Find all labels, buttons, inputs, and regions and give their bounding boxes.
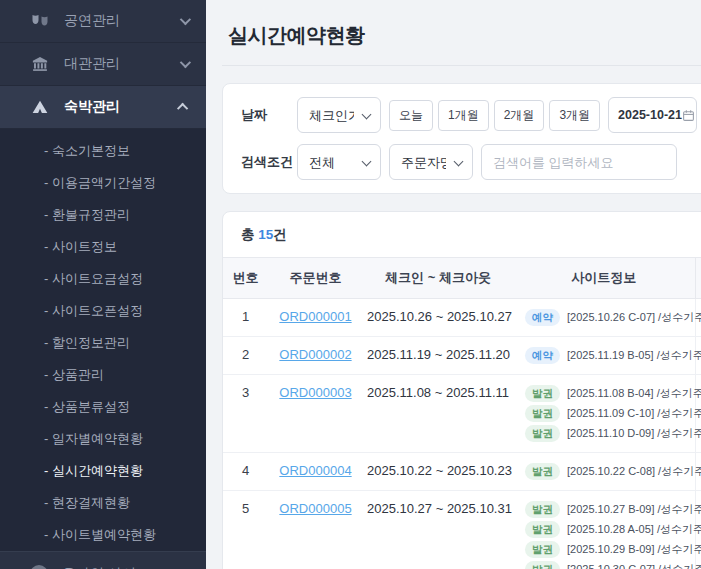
order-number-link[interactable]: ORD000003 (279, 385, 351, 400)
start-date-input[interactable]: 2025-10-21 (608, 97, 697, 133)
sidebar-submenu-item[interactable]: 상품분류설정 (0, 391, 206, 423)
sidebar-submenu-item[interactable]: 숙소기본정보 (0, 135, 206, 167)
avatar-circle-icon (30, 565, 48, 569)
status-badge: 발권 (525, 425, 560, 442)
sidebar-submenu-item[interactable]: 상품관리 (0, 359, 206, 391)
status-badge: 발권 (525, 501, 560, 518)
site-info-cell: 발권 [2025.11.08 B-04] /성수기주말 /60,000원 발권 … (513, 375, 695, 453)
sidebar-submenu-item[interactable]: 할인정보관리 (0, 327, 206, 359)
sidebar: 공연관리 대관관리 숙박관리 숙소기본정보이용금액기간설정환불규정관리사이트정보… (0, 0, 206, 569)
site-info-line: 발권 [2025.10.28 A-05] /성수기주말 /60,000원 (525, 521, 687, 538)
column-header-checkin-checkout: 체크인 ~ 체크아웃 (363, 258, 513, 299)
site-info-text: [2025.11.09 C-10] /성수기주말 /60,000원 (567, 406, 701, 421)
order-number-link[interactable]: ORD000005 (279, 501, 351, 516)
site-info-text: [2025.10.26 C-07] /성수기주말 /60,000원 (567, 310, 701, 325)
site-info-line: 예약 [2025.10.26 C-07] /성수기주말 /60,000원 (525, 309, 687, 326)
site-info-cell: 발권 [2025.10.27 B-09] /성수기주말 /60,000원 발권 … (513, 491, 695, 569)
sidebar-submenu-item[interactable]: 이용금액기간설정 (0, 167, 206, 199)
table-row: 1 ORD000001 2025.10.26 ~ 2025.10.27 예약 [… (223, 299, 701, 337)
status-badge: 발권 (525, 405, 560, 422)
sidebar-submenu: 숙소기본정보이용금액기간설정환불규정관리사이트정보사이트요금설정사이트오픈설정할… (0, 129, 206, 551)
order-number-link[interactable]: ORD000004 (279, 463, 351, 478)
sidebar-footer-item[interactable]: 온라인 사이트 (0, 552, 206, 569)
status-badge: 발권 (525, 561, 560, 569)
sidebar-item-label: 대관관리 (64, 55, 120, 73)
sidebar-item-performance[interactable]: 공연관리 (0, 0, 206, 43)
checkin-checkout-range: 2025.10.22 ~ 2025.10.23 (363, 453, 513, 491)
site-info-text: [2025.10.28 A-05] /성수기주말 /60,000원 (567, 522, 701, 537)
tent-icon (30, 98, 50, 116)
site-info-text: [2025.10.30 C-07] /성수기주말 /60,000원 (567, 562, 701, 569)
table-header-row: 번호 주문번호 체크인 ~ 체크아웃 사이트정보 (223, 258, 701, 299)
site-info-cell: 예약 [2025.10.26 C-07] /성수기주말 /60,000원 (513, 299, 695, 337)
checkin-checkout-range: 2025.10.27 ~ 2025.10.31 (363, 491, 513, 569)
status-badge: 발권 (525, 541, 560, 558)
main-content: 실시간예약현황 날짜 체크인기준 오늘 1개월 2개월 3개월 2025-10-… (206, 0, 701, 569)
date-filter-row: 날짜 체크인기준 오늘 1개월 2개월 3개월 2025-10-21 (241, 97, 701, 133)
date-basis-select[interactable]: 체크인기준 (297, 97, 381, 133)
column-header-no: 번호 (223, 258, 268, 299)
chevron-down-icon (180, 14, 191, 25)
table-row: 4 ORD000004 2025.10.22 ~ 2025.10.23 발권 [… (223, 453, 701, 491)
summary-count: 15 (258, 227, 273, 242)
sidebar-submenu-item[interactable]: 환불규정관리 (0, 199, 206, 231)
page-title: 실시간예약현황 (228, 22, 701, 49)
site-info-line: 발권 [2025.10.22 C-08] /성수기주말 /60,000원 (525, 463, 687, 480)
status-badge: 발권 (525, 521, 560, 538)
status-badge: 발권 (525, 385, 560, 402)
site-info-line: 발권 [2025.10.29 B-09] /성수기주말 /60,000원 (525, 541, 687, 558)
sidebar-submenu-item[interactable]: 사이트별예약현황 (0, 519, 206, 551)
table-row: 3 ORD000003 2025.11.08 ~ 2025.11.11 발권 [… (223, 375, 701, 453)
checkin-checkout-range: 2025.10.26 ~ 2025.10.27 (363, 299, 513, 337)
row-number: 5 (223, 491, 268, 569)
column-header-site-info: 사이트정보 (513, 258, 695, 299)
sidebar-item-venue[interactable]: 대관관리 (0, 43, 206, 86)
checkin-checkout-range: 2025.11.19 ~ 2025.11.20 (363, 337, 513, 375)
site-info-line: 발권 [2025.11.09 C-10] /성수기주말 /60,000원 (525, 405, 687, 422)
table-row: 5 ORD000005 2025.10.27 ~ 2025.10.31 발권 [… (223, 491, 701, 569)
site-info-cell: 발권 [2025.10.22 C-08] /성수기주말 /60,000원 (513, 453, 695, 491)
sidebar-item-lodging[interactable]: 숙박관리 (0, 86, 206, 129)
site-info-line: 발권 [2025.11.08 B-04] /성수기주말 /60,000원 (525, 385, 687, 402)
status-badge: 발권 (525, 463, 560, 480)
quick-range-2month-button[interactable]: 2개월 (494, 100, 545, 131)
site-info-text: [2025.10.27 B-09] /성수기주말 /60,000원 (567, 502, 701, 517)
title-divider (222, 65, 701, 66)
site-info-text: [2025.11.10 D-09] /성수기주말 /60,000원 (567, 426, 701, 441)
start-date-value: 2025-10-21 (618, 108, 682, 122)
sidebar-submenu-item[interactable]: 일자별예약현황 (0, 423, 206, 455)
status-badge: 예약 (525, 347, 560, 364)
sidebar-submenu-item[interactable]: 사이트오픈설정 (0, 295, 206, 327)
row-number: 1 (223, 299, 268, 337)
site-info-line: 발권 [2025.10.30 C-07] /성수기주말 /60,000원 (525, 561, 687, 569)
sidebar-submenu-item[interactable]: 사이트정보 (0, 231, 206, 263)
keyword-input[interactable] (481, 144, 677, 180)
sidebar-item-label: 공연관리 (64, 12, 120, 30)
sidebar-footer-label: 온라인 사이트 (62, 565, 150, 569)
date-filter-label: 날짜 (241, 106, 297, 124)
site-info-text: [2025.11.19 B-05] /성수기주말 /60,000원 (567, 348, 701, 363)
site-info-cell: 예약 [2025.11.19 B-05] /성수기주말 /60,000원 (513, 337, 695, 375)
quick-range-today-button[interactable]: 오늘 (389, 100, 433, 131)
site-info-line: 발권 [2025.10.27 B-09] /성수기주말 /60,000원 (525, 501, 687, 518)
sidebar-submenu-item[interactable]: 실시간예약현황 (0, 455, 206, 487)
quick-range-1month-button[interactable]: 1개월 (438, 100, 489, 131)
row-number: 3 (223, 375, 268, 453)
status-badge: 예약 (525, 309, 560, 326)
row-number: 4 (223, 453, 268, 491)
bank-icon (30, 55, 50, 73)
theater-masks-icon (30, 12, 50, 30)
summary-prefix: 총 (241, 227, 258, 242)
sidebar-submenu-item[interactable]: 현장결제현황 (0, 487, 206, 519)
quick-range-3month-button[interactable]: 3개월 (549, 100, 600, 131)
filter-panel: 날짜 체크인기준 오늘 1개월 2개월 3개월 2025-10-21 (222, 83, 701, 194)
calendar-icon (682, 109, 695, 122)
order-number-link[interactable]: ORD000001 (279, 309, 351, 324)
sidebar-submenu-item[interactable]: 사이트요금설정 (0, 263, 206, 295)
sidebar-footer: 온라인 사이트 (0, 551, 206, 569)
column-header-order: 주문번호 (268, 258, 363, 299)
order-number-link[interactable]: ORD000002 (279, 347, 351, 362)
search-field-select[interactable]: 주문자명 (389, 144, 473, 180)
site-info-line: 예약 [2025.11.19 B-05] /성수기주말 /60,000원 (525, 347, 687, 364)
search-scope-select[interactable]: 전체 (297, 144, 381, 180)
